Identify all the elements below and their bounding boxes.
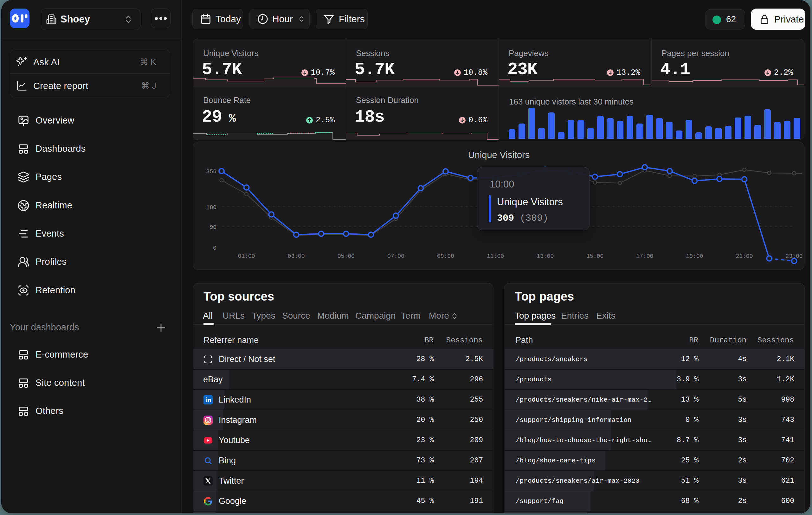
svg-text:19:00: 19:00 <box>686 253 703 260</box>
svg-text:0: 0 <box>213 245 216 251</box>
svg-text:11:00: 11:00 <box>487 253 504 260</box>
svg-text:03:00: 03:00 <box>288 253 305 260</box>
svg-text:09:00: 09:00 <box>437 253 454 260</box>
svg-text:21:00: 21:00 <box>735 253 753 260</box>
svg-text:17:00: 17:00 <box>636 253 653 260</box>
svg-text:05:00: 05:00 <box>338 253 355 260</box>
svg-text:07:00: 07:00 <box>387 253 404 260</box>
svg-text:15:00: 15:00 <box>586 253 604 260</box>
svg-text:01:00: 01:00 <box>238 253 255 260</box>
svg-text:180: 180 <box>206 204 216 211</box>
svg-text:90: 90 <box>209 224 216 231</box>
svg-text:13:00: 13:00 <box>536 253 554 260</box>
svg-text:356: 356 <box>206 169 216 175</box>
